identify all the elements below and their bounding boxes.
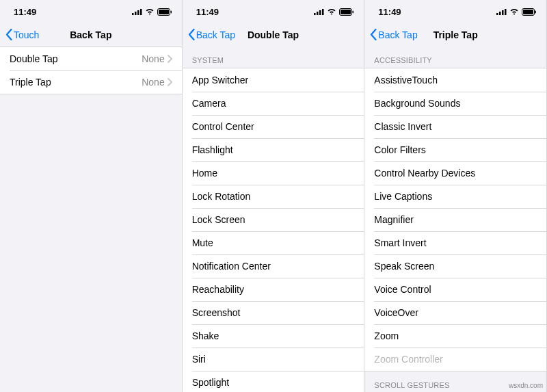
- nav-bar: Back Tap Double Tap: [183, 23, 364, 47]
- screen-double-tap: 11:49 Back Tap Double Tap System App Swi…: [183, 0, 365, 392]
- wifi-icon: [509, 8, 519, 15]
- row-label: Screenshot: [192, 307, 241, 318]
- svg-rect-10: [322, 9, 324, 15]
- list-item[interactable]: Smart Invert: [364, 231, 546, 254]
- list-item[interactable]: Magnifier: [364, 208, 546, 231]
- list-item[interactable]: Shake: [183, 324, 364, 348]
- chevron-right-icon: [168, 78, 172, 86]
- row-triple-tap[interactable]: Triple Tap None: [0, 70, 182, 94]
- status-time: 11:49: [196, 7, 219, 17]
- row-value: None: [142, 53, 172, 64]
- status-icons: [496, 8, 537, 16]
- row-label: Notification Center: [192, 261, 271, 272]
- row-label: Control Nearby Devices: [374, 168, 475, 179]
- back-label: Touch: [14, 29, 39, 40]
- row-label: AssistiveTouch: [374, 75, 438, 86]
- list-item[interactable]: Flashlight: [183, 138, 364, 161]
- battery-icon: [522, 8, 537, 16]
- status-time: 11:49: [14, 7, 36, 17]
- chevron-left-icon: [188, 29, 195, 40]
- row-label: Double Tap: [10, 53, 58, 64]
- svg-rect-20: [535, 10, 537, 13]
- content: Accessibility AssistiveTouch Background …: [364, 47, 546, 392]
- settings-list: Double Tap None Triple Tap None: [0, 47, 182, 94]
- svg-rect-13: [353, 10, 354, 13]
- row-label: Mute: [192, 237, 213, 248]
- row-double-tap[interactable]: Double Tap None: [0, 47, 182, 70]
- list-item[interactable]: App Switcher: [183, 68, 364, 92]
- row-label: Color Filters: [374, 144, 425, 155]
- row-label: Magnifier: [374, 214, 414, 225]
- list-item[interactable]: VoiceOver: [364, 301, 546, 324]
- row-label: VoiceOver: [374, 307, 418, 318]
- list-item[interactable]: Screenshot: [183, 301, 364, 324]
- row-label: Home: [192, 168, 217, 179]
- row-label: Flashlight: [192, 144, 233, 155]
- cellular-icon: [496, 8, 507, 15]
- back-button[interactable]: Back Tap: [188, 29, 235, 40]
- svg-rect-19: [523, 10, 533, 14]
- list-item[interactable]: Background Sounds: [364, 92, 546, 115]
- status-bar: 11:49: [0, 0, 182, 23]
- svg-rect-7: [314, 13, 316, 15]
- list-item[interactable]: Home: [183, 161, 364, 185]
- list-item[interactable]: Classic Invert: [364, 115, 546, 138]
- row-label: Zoom Controller: [374, 354, 442, 365]
- list-item[interactable]: Voice Control: [364, 278, 546, 301]
- row-label: Speak Screen: [374, 261, 434, 272]
- back-button[interactable]: Touch: [5, 29, 39, 40]
- list-item[interactable]: Siri: [183, 348, 364, 371]
- back-button[interactable]: Back Tap: [370, 29, 417, 40]
- back-label: Back Tap: [378, 29, 417, 40]
- list-item[interactable]: Color Filters: [364, 138, 546, 161]
- nav-bar: Back Tap Triple Tap: [364, 23, 546, 47]
- chevron-right-icon: [168, 55, 172, 63]
- list-item[interactable]: Control Nearby Devices: [364, 161, 546, 185]
- status-time: 11:49: [378, 7, 401, 17]
- screen-triple-tap: 11:49 Back Tap Triple Tap Accessibility …: [364, 0, 547, 392]
- status-bar: 11:49: [364, 0, 546, 23]
- row-label: Classic Invert: [374, 121, 431, 132]
- options-list-system: App Switcher Camera Control Center Flash…: [183, 68, 364, 392]
- svg-rect-3: [140, 9, 142, 15]
- chevron-left-icon: [370, 29, 377, 40]
- nav-bar: Touch Back Tap: [0, 23, 182, 47]
- svg-rect-1: [135, 12, 137, 15]
- svg-rect-2: [137, 10, 139, 15]
- battery-icon: [339, 8, 354, 16]
- row-label: Camera: [192, 98, 226, 109]
- list-item[interactable]: Lock Rotation: [183, 185, 364, 208]
- svg-rect-12: [341, 10, 351, 14]
- list-item[interactable]: Speak Screen: [364, 254, 546, 278]
- row-label: Lock Rotation: [192, 191, 251, 202]
- cellular-icon: [314, 8, 324, 15]
- svg-rect-9: [319, 10, 321, 15]
- row-label: Spotlight: [192, 377, 229, 388]
- list-item[interactable]: Control Center: [183, 115, 364, 138]
- section-header-accessibility: Accessibility: [364, 47, 546, 68]
- svg-rect-6: [170, 10, 172, 13]
- svg-rect-17: [505, 9, 507, 15]
- svg-rect-8: [317, 12, 319, 15]
- list-item[interactable]: AssistiveTouch: [364, 68, 546, 92]
- back-label: Back Tap: [196, 29, 235, 40]
- list-item-disabled: Zoom Controller: [364, 348, 546, 371]
- list-item[interactable]: Notification Center: [183, 254, 364, 278]
- list-item[interactable]: Spotlight: [183, 371, 364, 392]
- list-item[interactable]: Camera: [183, 92, 364, 115]
- status-icons: [314, 8, 354, 16]
- row-label: Shake: [192, 330, 219, 341]
- row-label: Siri: [192, 354, 206, 365]
- row-value: None: [142, 77, 172, 88]
- wifi-icon: [327, 8, 336, 15]
- list-item[interactable]: Mute: [183, 231, 364, 254]
- screen-back-tap: 11:49 Touch Back Tap Double Tap None Tri…: [0, 0, 183, 392]
- list-item[interactable]: Reachability: [183, 278, 364, 301]
- section-header-system: System: [183, 47, 364, 68]
- wifi-icon: [145, 8, 155, 15]
- list-item[interactable]: Lock Screen: [183, 208, 364, 231]
- list-item[interactable]: Zoom: [364, 324, 546, 348]
- list-item[interactable]: Live Captions: [364, 185, 546, 208]
- svg-rect-14: [496, 13, 498, 15]
- row-label: Zoom: [374, 330, 399, 341]
